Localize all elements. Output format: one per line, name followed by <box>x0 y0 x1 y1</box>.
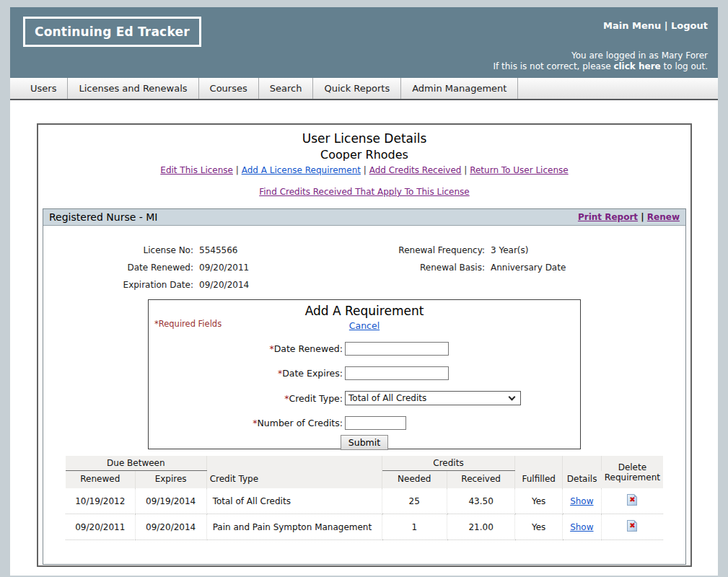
main-menu-link[interactable]: Main Menu <box>603 20 661 31</box>
header-link-separator: | <box>665 20 668 31</box>
credit-type-field-row: *Credit Type: Total of All Credits <box>149 391 580 405</box>
nav-tab-courses[interactable]: Courses <box>199 78 259 99</box>
nav-tab-licenses-label: Licenses and Renewals <box>79 83 187 94</box>
page-subtitle: Cooper Rhodes <box>38 148 690 162</box>
page-title: User License Details <box>38 131 690 146</box>
group-header-credits: Credits <box>382 456 515 471</box>
credit-type-selected-value: Total of All Credits <box>348 393 426 403</box>
number-of-credits-input[interactable] <box>345 416 406 430</box>
add-requirement-form: Add A Requirement *Required Fields Cance… <box>148 299 581 449</box>
column-header-fulfilled: Fulfilled <box>515 471 563 489</box>
cell-received: 43.50 <box>447 488 515 514</box>
cell-needed: 1 <box>382 514 447 540</box>
logged-in-correct-line: If this is not correct, please click her… <box>493 61 708 72</box>
form-date-expires-label-text: Date Expires: <box>282 368 343 379</box>
group-header-spacer <box>515 456 563 471</box>
expiration-date-label: Expiration Date: <box>49 280 193 290</box>
cell-fulfilled: Yes <box>515 488 563 514</box>
cell-fulfilled: Yes <box>515 514 563 540</box>
column-header-received: Received <box>447 471 515 489</box>
cell-received: 21.00 <box>447 514 515 540</box>
form-credit-type-label: *Credit Type: <box>149 393 345 404</box>
nav-tab-quick-reports[interactable]: Quick Reports <box>313 78 401 99</box>
cell-details: Show <box>562 514 601 540</box>
column-header-delete-requirement: Delete Requirement <box>601 456 663 488</box>
license-no-value: 5545566 <box>199 245 335 255</box>
find-credits-link[interactable]: Find Credits Received That Apply To This… <box>259 187 470 197</box>
group-header-due-between: Due Between <box>66 456 206 471</box>
submit-row: Submit <box>149 435 580 450</box>
expiration-date-value: 09/20/2014 <box>199 280 335 290</box>
column-header-details: Details <box>562 471 601 489</box>
renewal-frequency-label: Renewal Frequency: <box>341 245 485 255</box>
edit-this-license-link[interactable]: Edit This License <box>160 165 233 175</box>
nav-tab-users[interactable]: Users <box>19 78 68 99</box>
nav-tab-admin-management[interactable]: Admin Management <box>401 78 518 99</box>
delete-x-glyph: ✖ <box>628 521 636 530</box>
date-expires-input[interactable] <box>345 366 449 380</box>
form-date-renewed-label: *Date Renewed: <box>149 343 345 354</box>
cancel-link[interactable]: Cancel <box>349 320 380 331</box>
submit-button[interactable]: Submit <box>341 435 388 450</box>
column-header-credit-type: Credit Type <box>206 471 382 489</box>
find-credits-row: Find Credits Received That Apply To This… <box>38 187 690 197</box>
nav-tab-search[interactable]: Search <box>259 78 314 99</box>
table-group-header-row: Due Between Credits Delete Requirement <box>66 456 663 471</box>
date-renewed-label: Date Renewed: <box>49 263 193 273</box>
add-license-requirement-link[interactable]: Add A License Requirement <box>242 165 361 175</box>
nav-tab-admin-label: Admin Management <box>412 83 506 94</box>
cell-renewed: 09/20/2011 <box>66 514 135 540</box>
chevron-down-icon <box>509 394 516 401</box>
license-panel-title: Registered Nurse - MI <box>49 211 157 223</box>
number-of-credits-field-row: *Number of Credits: <box>149 416 580 430</box>
form-date-renewed-label-text: Date Renewed: <box>274 343 343 354</box>
renew-link[interactable]: Renew <box>647 212 680 222</box>
return-to-user-license-link[interactable]: Return To User License <box>470 165 569 175</box>
cell-needed: 25 <box>382 488 447 514</box>
print-report-link[interactable]: Print Report <box>578 212 638 222</box>
delete-header-line1: Delete <box>605 462 660 472</box>
logout-link[interactable]: Logout <box>671 20 708 31</box>
panel-link-separator: | <box>641 212 644 222</box>
click-here-link[interactable]: click here <box>613 61 660 71</box>
main-content: User License Details Cooper Rhodes Edit … <box>10 100 718 576</box>
license-panel-header: Registered Nurse - MI Print Report | Ren… <box>43 209 685 226</box>
form-number-credits-label-text: Number of Credits: <box>257 418 343 428</box>
nav-tab-users-label: Users <box>30 83 56 94</box>
app-logo-text: Continuing Ed Tracker <box>35 25 190 39</box>
incorrect-suffix-text: to log out. <box>664 61 708 71</box>
requirements-table: Due Between Credits Delete Requirement <box>66 456 663 540</box>
table-row: 10/19/2012 09/19/2014 Total of All Credi… <box>66 488 663 514</box>
cell-credit-type: Total of All Credits <box>206 488 382 514</box>
table-column-header-row: Renewed Expires Credit Type Needed Recei… <box>66 471 663 489</box>
content-box: User License Details Cooper Rhodes Edit … <box>37 123 692 567</box>
column-header-needed: Needed <box>382 471 447 489</box>
date-renewed-input[interactable] <box>345 342 449 356</box>
required-fields-note: *Required Fields <box>154 319 222 329</box>
nav-tab-licenses-and-renewals[interactable]: Licenses and Renewals <box>68 78 198 99</box>
delete-requirement-icon[interactable]: ✖ <box>627 494 637 506</box>
credit-type-select[interactable]: Total of All Credits <box>345 391 521 405</box>
group-header-spacer <box>562 456 601 471</box>
cell-expires: 09/19/2014 <box>135 488 206 514</box>
nav-tab-search-label: Search <box>270 83 302 94</box>
logged-in-text: You are logged in as Mary Forer <box>493 50 708 61</box>
date-renewed-value: 09/20/2011 <box>199 263 335 273</box>
delete-requirement-icon[interactable]: ✖ <box>627 520 637 532</box>
form-number-credits-label: *Number of Credits: <box>149 418 345 428</box>
cell-delete: ✖ <box>601 514 663 540</box>
delete-header-line2: Requirement <box>605 472 660 483</box>
show-details-link[interactable]: Show <box>570 522 593 532</box>
table-row: 09/20/2011 09/20/2014 Pain and Pain Symp… <box>66 514 663 540</box>
add-credits-received-link[interactable]: Add Credits Received <box>369 165 462 175</box>
show-details-link[interactable]: Show <box>570 496 593 506</box>
group-header-spacer <box>206 456 382 471</box>
renewal-basis-value: Anniversary Date <box>491 263 685 273</box>
renewal-frequency-value: 3 Year(s) <box>491 245 685 255</box>
license-details: License No: 5545566 Renewal Frequency: 3… <box>43 245 685 290</box>
column-header-renewed: Renewed <box>66 471 135 489</box>
cell-details: Show <box>562 488 601 514</box>
incorrect-prefix-text: If this is not correct, please <box>493 61 610 71</box>
cell-delete: ✖ <box>601 488 663 514</box>
details-spacer <box>491 280 685 290</box>
